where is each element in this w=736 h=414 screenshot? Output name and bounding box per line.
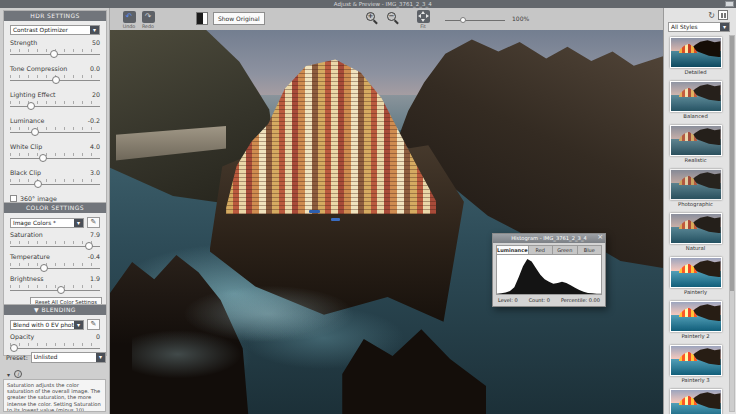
tab-luminance[interactable]: Luminance — [496, 245, 529, 255]
fit-label: Fit — [412, 24, 434, 29]
style-item[interactable]: Photographic — [664, 169, 727, 211]
lighting-effect-slider[interactable] — [10, 100, 100, 109]
opacity-slider[interactable] — [10, 342, 100, 351]
refresh-icon[interactable]: ↻ — [708, 11, 715, 20]
slider-thumb[interactable] — [40, 264, 48, 272]
styles-filter-dropdown[interactable]: All Styles ▾ — [668, 22, 730, 32]
blending-header[interactable]: ▼ BLENDING — [4, 305, 106, 315]
style-item[interactable]: Painterly 3 — [664, 345, 727, 387]
style-thumbnail[interactable] — [670, 389, 722, 414]
temperature-slider[interactable] — [10, 262, 100, 271]
histogram-title-bar[interactable]: Histogram - IMG_3761_2_3_4 × — [493, 234, 605, 243]
slider-thumb[interactable] — [10, 344, 18, 352]
style-thumbnail[interactable] — [670, 257, 722, 288]
slider-ticks — [10, 263, 100, 266]
saturation-slider[interactable] — [10, 240, 100, 249]
style-item[interactable]: Painterly 4 — [664, 389, 727, 414]
eyedropper-icon[interactable]: ✎ — [87, 319, 100, 330]
tone-compression-slider[interactable] — [10, 74, 100, 83]
blend-mode-dropdown[interactable]: Blend with 0 EV photo ▾ — [10, 320, 84, 330]
preview-image[interactable] — [110, 30, 663, 414]
style-thumbnail[interactable] — [670, 345, 722, 376]
style-item[interactable]: Detailed — [664, 37, 727, 79]
preview-toolbar: ↶ Undo ↷ Redo Show Original + − Fit 100% — [110, 8, 663, 30]
luminance-value: -0.2 — [88, 117, 100, 124]
chevron-down-icon[interactable]: ▾ — [96, 353, 105, 362]
style-item[interactable]: Realistic — [664, 125, 727, 167]
tab-blue[interactable]: Blue — [578, 245, 602, 255]
style-item[interactable]: Natural — [664, 213, 727, 255]
zoom-out-button[interactable]: − — [387, 12, 400, 25]
white-clip-slider[interactable] — [10, 152, 100, 161]
slider-thumb[interactable] — [39, 154, 47, 162]
black-clip-slider[interactable] — [10, 178, 100, 187]
show-original-button[interactable]: Show Original — [213, 12, 265, 25]
histogram-title: Histogram - IMG_3761_2_3_4 — [511, 235, 587, 241]
slider-thumb[interactable] — [52, 76, 60, 84]
tab-green[interactable]: Green — [553, 245, 577, 255]
brightness-slider[interactable] — [10, 284, 100, 293]
styles-sidebar: ↻ All Styles ▾ DetailedBalancedRealistic… — [663, 8, 736, 414]
chevron-down-icon[interactable]: ▾ — [74, 219, 83, 227]
chevron-down-icon[interactable]: ▾ — [90, 26, 99, 34]
style-label: Painterly — [664, 289, 727, 296]
360-image-checkbox[interactable] — [10, 195, 17, 202]
hdr-method-dropdown[interactable]: Contrast Optimizer ▾ — [10, 25, 100, 35]
style-item[interactable]: Balanced — [664, 81, 727, 123]
strength-slider[interactable] — [10, 48, 100, 57]
undo-button[interactable]: ↶ — [123, 11, 136, 23]
brightness-value: 1.9 — [90, 275, 100, 282]
info-icon[interactable]: i — [14, 370, 22, 378]
redo-button[interactable]: ↷ — [142, 11, 155, 23]
chevron-down-icon[interactable]: ▾ — [74, 321, 83, 329]
style-item[interactable]: Painterly 2 — [664, 301, 727, 343]
style-thumbnail[interactable] — [670, 125, 722, 156]
slider-thumb[interactable] — [57, 286, 65, 294]
chevron-down-icon[interactable]: ▾ — [720, 23, 729, 31]
eyedropper-icon[interactable]: ✎ — [87, 217, 100, 228]
tone-compression-value: 0.0 — [90, 65, 100, 72]
slider-thumb[interactable] — [34, 180, 42, 188]
tab-red[interactable]: Red — [529, 245, 553, 255]
color-mode-dropdown[interactable]: Image Colors * ▾ — [10, 218, 84, 228]
close-icon[interactable]: × — [597, 233, 603, 242]
style-thumbnail[interactable] — [670, 301, 722, 332]
styles-scrollbar[interactable] — [729, 35, 735, 412]
fit-button[interactable] — [417, 10, 430, 23]
slider-thumb[interactable] — [27, 102, 35, 110]
strength-label: Strength — [10, 39, 37, 46]
slider-thumb[interactable] — [85, 242, 93, 250]
slider-thumb[interactable] — [50, 50, 58, 58]
style-label: Natural — [664, 245, 727, 252]
style-thumbnail[interactable] — [670, 213, 722, 244]
histogram-window[interactable]: Histogram - IMG_3761_2_3_4 × Luminance R… — [492, 233, 606, 307]
style-label: Painterly 2 — [664, 333, 727, 340]
saturation-label: Saturation — [10, 231, 43, 238]
collapse-chevron-icon[interactable]: ▾ — [7, 371, 10, 378]
preset-dropdown[interactable]: Unlisted ▾ — [31, 352, 106, 363]
redo-label: Redo — [137, 24, 159, 29]
temperature-label: Temperature — [10, 253, 50, 260]
zoom-slider[interactable] — [445, 16, 505, 24]
histogram-level: Level: 0 — [498, 297, 518, 303]
style-thumbnail[interactable] — [670, 169, 722, 200]
tone-compression-label: Tone Compression — [10, 65, 67, 72]
zoom-slider-thumb[interactable] — [460, 17, 466, 23]
columns-view-icon[interactable] — [718, 10, 728, 20]
temperature-value: -0.4 — [88, 253, 100, 260]
luminance-slider[interactable] — [10, 126, 100, 135]
scrollbar-thumb[interactable] — [730, 36, 734, 291]
styles-filter-value: All Styles — [669, 23, 720, 31]
before-after-icon[interactable] — [196, 12, 208, 25]
style-thumbnail[interactable] — [670, 81, 722, 112]
slider-ticks — [10, 101, 100, 104]
opacity-label: Opacity — [10, 333, 34, 340]
slider-thumb[interactable] — [31, 128, 39, 136]
style-thumbnail[interactable] — [670, 37, 722, 68]
white-clip-label: White Clip — [10, 143, 42, 150]
black-clip-value: 3.0 — [90, 169, 100, 176]
opacity-value: 0 — [96, 333, 100, 340]
style-item[interactable]: Painterly — [664, 257, 727, 299]
window-control-button[interactable] — [725, 1, 734, 7]
zoom-in-button[interactable]: + — [366, 12, 379, 25]
